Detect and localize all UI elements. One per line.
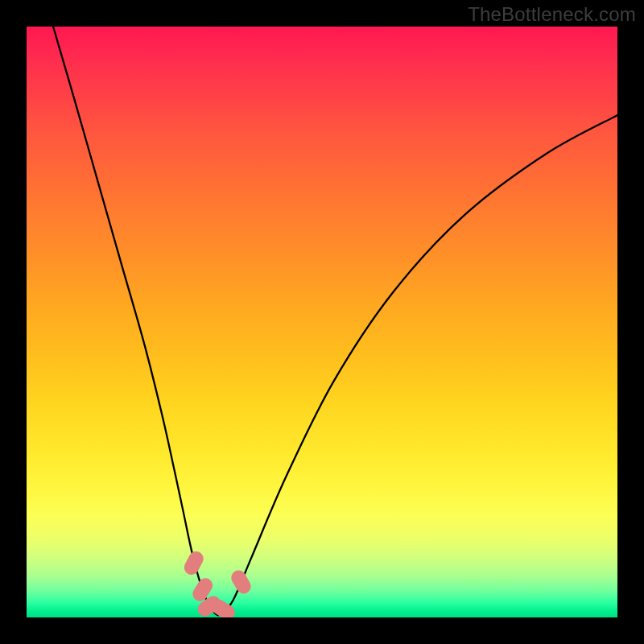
bottleneck-curve bbox=[53, 27, 617, 615]
curve-node bbox=[182, 549, 206, 578]
watermark-text: TheBottleneck.com bbox=[468, 3, 636, 26]
plot-area bbox=[27, 27, 617, 617]
node-layer bbox=[182, 549, 254, 617]
chart-frame: TheBottleneck.com bbox=[0, 0, 644, 644]
curve-layer bbox=[27, 27, 617, 617]
curve-node bbox=[229, 568, 254, 597]
